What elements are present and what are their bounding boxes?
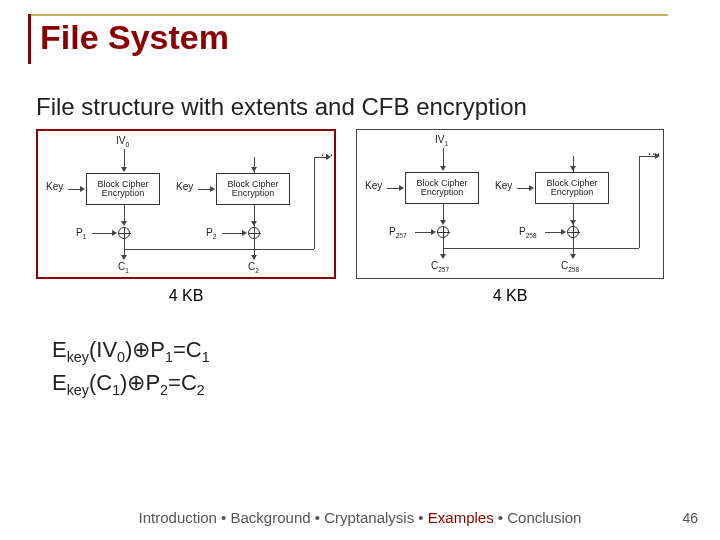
xor-icon [437,226,449,238]
cipher-block: Block Cipher Encryption [216,173,290,205]
key-label: Key [495,180,512,191]
key-label: Key [46,181,63,192]
key-label: Key [176,181,193,192]
xor-icon [118,227,130,239]
cipher-block: Block Cipher Encryption [86,173,160,205]
ellipsis: … [320,143,334,159]
ciphertext-label: C2 [248,261,259,274]
footer-breadcrumb: Introduction • Background • Cryptanalysi… [0,509,720,526]
plaintext-label: P257 [389,226,407,239]
xor-icon [567,226,579,238]
cipher-block: Block Cipher Encryption [535,172,609,204]
xor-icon [248,227,260,239]
block-size-label: 4 KB [36,287,336,305]
iv-label: IV0 [116,135,129,148]
plaintext-label: P1 [76,227,86,240]
cipher-block: Block Cipher Encryption [405,172,479,204]
key-label: Key [365,180,382,191]
cfb-diagram-block1: IV1 Block Cipher Encryption Key P257 C25… [356,129,664,279]
ciphertext-label: C1 [118,261,129,274]
page-number: 46 [682,510,698,526]
block-size-label: 4 KB [356,287,664,305]
title-rule [28,14,668,16]
subtitle: File structure with extents and CFB encr… [0,63,720,129]
equations: Ekey(IV0)⊕P1=C1 Ekey(C1)⊕P2=C2 [0,305,720,400]
diagram-row: IV0 Block Cipher Encryption Key P1 C1 [0,129,720,279]
cfb-diagram-block0: IV0 Block Cipher Encryption Key P1 C1 [36,129,336,279]
ciphertext-label: C257 [431,260,449,273]
plaintext-label: P258 [519,226,537,239]
ciphertext-label: C258 [561,260,579,273]
iv-label: IV1 [435,134,448,147]
ellipsis: … [647,142,661,158]
equation-2: Ekey(C1)⊕P2=C2 [52,368,720,401]
page-title: File System [28,18,720,57]
title-accent [28,14,31,64]
equation-1: Ekey(IV0)⊕P1=C1 [52,335,720,368]
plaintext-label: P2 [206,227,216,240]
